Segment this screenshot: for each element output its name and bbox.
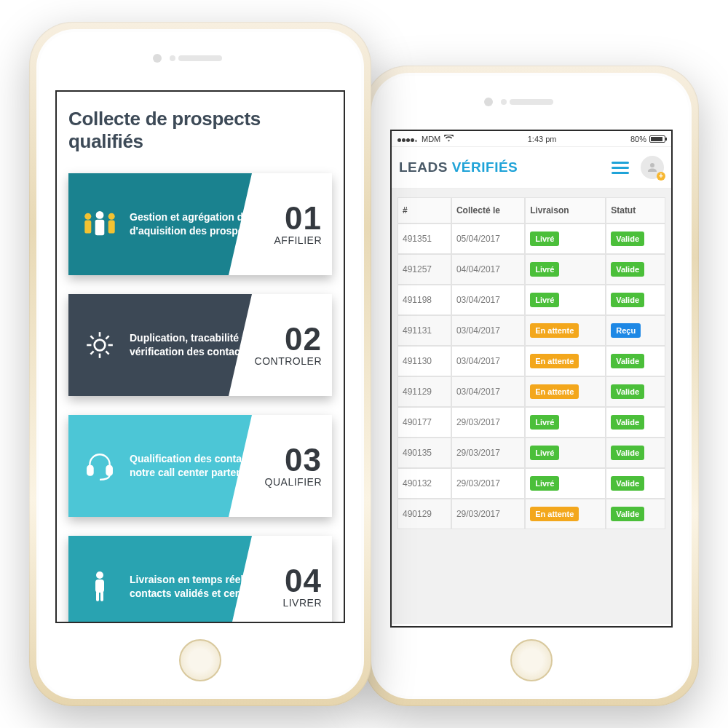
badge-statut: Valide — [611, 446, 644, 460]
cell-statut: Valide — [606, 407, 665, 438]
cell-livraison: Livré — [525, 254, 606, 285]
cell-id: 490132 — [397, 468, 451, 499]
cell-statut: Valide — [606, 499, 665, 529]
table-row[interactable]: 49017729/03/2017LivréValide — [397, 407, 665, 438]
battery-icon — [649, 135, 665, 143]
table-row[interactable]: 49113103/04/2017En attenteReçu — [397, 315, 665, 346]
cell-id: 491351 — [397, 223, 451, 254]
col-id[interactable]: # — [397, 197, 451, 223]
cell-date: 29/03/2017 — [451, 468, 525, 499]
home-button[interactable] — [510, 639, 553, 681]
col-statut[interactable]: Statut — [606, 197, 665, 223]
badge-statut: Valide — [611, 354, 644, 368]
battery-label: 80% — [630, 135, 646, 143]
table-row[interactable]: 49113003/04/2017En attenteValide — [397, 346, 665, 376]
brand-logo[interactable]: LEADS VÉRIFIÉS — [399, 159, 518, 175]
cell-statut: Valide — [606, 376, 665, 407]
carrier-label: MDM — [422, 135, 440, 143]
badge-statut: Valide — [611, 476, 644, 491]
cell-livraison: En attente — [525, 499, 606, 529]
signal-icon — [397, 135, 418, 143]
step-livrer[interactable]: Livraison en temps réel de contacts vali… — [68, 536, 332, 623]
phone-camera — [484, 98, 493, 106]
phone-sensor — [170, 55, 175, 61]
cell-date: 29/03/2017 — [451, 499, 525, 529]
wifi-icon — [444, 134, 454, 144]
badge-statut: Reçu — [611, 323, 641, 338]
col-livraison[interactable]: Livraison — [525, 197, 606, 223]
headset-icon — [80, 451, 119, 481]
table-row[interactable]: 49013229/03/2017LivréValide — [397, 468, 665, 499]
svg-point-17 — [96, 571, 103, 579]
cell-date: 29/03/2017 — [451, 438, 525, 468]
cell-id: 490129 — [397, 499, 451, 529]
badge-statut: Valide — [611, 262, 644, 277]
svg-rect-15 — [87, 466, 92, 475]
table-row[interactable]: 49012929/03/2017En attenteValide — [397, 499, 665, 529]
plus-icon: + — [657, 172, 665, 181]
svg-line-13 — [106, 336, 108, 339]
cell-livraison: En attente — [525, 315, 606, 346]
menu-icon[interactable] — [612, 162, 629, 174]
cell-date: 05/04/2017 — [451, 223, 525, 254]
phone-speaker — [510, 99, 553, 105]
svg-point-4 — [108, 213, 115, 220]
cell-id: 490177 — [397, 407, 451, 438]
step-affilier[interactable]: Gestion et agrégation des sources d'aqui… — [68, 173, 332, 275]
home-button[interactable] — [179, 639, 221, 681]
table-row[interactable]: 49013529/03/2017LivréValide — [397, 438, 665, 468]
cell-livraison: Livré — [525, 468, 606, 499]
clock-label: 1:43 pm — [528, 135, 557, 143]
badge-livraison: Livré — [530, 476, 559, 491]
badge-livraison: En attente — [530, 354, 579, 368]
cell-id: 491257 — [397, 254, 451, 285]
person-icon — [80, 571, 119, 603]
badge-livraison: Livré — [530, 415, 559, 430]
table-row[interactable]: 49135105/04/2017LivréValide — [397, 223, 665, 254]
cell-livraison: Livré — [525, 223, 606, 254]
svg-point-0 — [84, 213, 91, 220]
avatar[interactable]: + — [641, 156, 664, 179]
cell-statut: Valide — [606, 285, 665, 315]
cell-id: 491129 — [397, 376, 451, 407]
badge-statut: Valide — [611, 232, 644, 246]
cell-id: 491130 — [397, 346, 451, 376]
cell-livraison: Livré — [525, 285, 606, 315]
cell-livraison: En attente — [525, 346, 606, 376]
cell-id: 491198 — [397, 285, 451, 315]
table-row[interactable]: 49112903/04/2017En attenteValide — [397, 376, 665, 407]
phone-mockup-left: Collecte de prospects qualifiés Gestion … — [29, 22, 371, 706]
step-qualifier[interactable]: Qualification des contacts via notre cal… — [68, 415, 332, 517]
phone-speaker — [178, 55, 222, 61]
step-controler[interactable]: Duplication, tracabilité et vérification… — [68, 294, 332, 396]
phone-sensor — [501, 99, 507, 105]
svg-line-12 — [106, 351, 108, 354]
cell-statut: Reçu — [606, 315, 665, 346]
app-header: LEADS VÉRIFIÉS + — [392, 147, 671, 189]
cell-date: 29/03/2017 — [451, 407, 525, 438]
badge-statut: Valide — [611, 507, 644, 521]
screen-right: MDM 1:43 pm 80% LEADS VÉRIFIÉS — [390, 130, 673, 628]
cell-statut: Valide — [606, 346, 665, 376]
cell-date: 03/04/2017 — [451, 285, 525, 315]
screen-left: Collecte de prospects qualifiés Gestion … — [55, 90, 345, 623]
cell-date: 03/04/2017 — [451, 346, 525, 376]
cell-statut: Valide — [606, 438, 665, 468]
badge-statut: Valide — [611, 293, 644, 307]
badge-statut: Valide — [611, 415, 644, 430]
col-date[interactable]: Collecté le — [451, 197, 525, 223]
cell-livraison: Livré — [525, 407, 606, 438]
cell-date: 03/04/2017 — [451, 376, 525, 407]
phone-camera — [153, 54, 162, 63]
table-row[interactable]: 49125704/04/2017LivréValide — [397, 254, 665, 285]
cell-date: 04/04/2017 — [451, 254, 525, 285]
cell-date: 03/04/2017 — [451, 315, 525, 346]
table-row[interactable]: 49119803/04/2017LivréValide — [397, 285, 665, 315]
svg-rect-1 — [84, 221, 91, 234]
svg-point-6 — [95, 340, 106, 351]
svg-rect-5 — [108, 221, 115, 234]
cell-id: 490135 — [397, 438, 451, 468]
cell-statut: Valide — [606, 468, 665, 499]
badge-livraison: En attente — [530, 323, 579, 338]
badge-livraison: Livré — [530, 232, 559, 246]
